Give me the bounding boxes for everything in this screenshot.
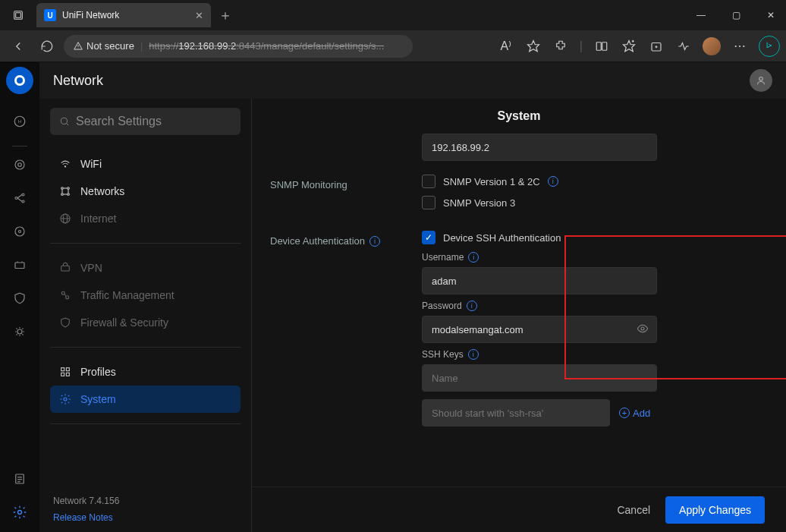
close-window-button[interactable]: ✕ (762, 10, 780, 20)
svg-point-49 (61, 291, 64, 294)
svg-point-17 (15, 197, 17, 200)
wifi-icon (59, 158, 71, 170)
profiles-icon (59, 366, 71, 378)
nav-networks[interactable]: Networks (50, 178, 241, 205)
svg-point-22 (15, 227, 24, 236)
svg-point-15 (18, 163, 22, 167)
rail-dashboard-icon[interactable]: H (6, 108, 33, 135)
svg-point-18 (22, 194, 24, 196)
apply-changes-button[interactable]: Apply Changes (665, 496, 765, 524)
profile-avatar[interactable] (703, 37, 721, 55)
plus-icon: + (619, 408, 630, 418)
username-label: Usernamei (422, 252, 657, 263)
networks-icon (59, 185, 71, 197)
nav-profiles[interactable]: Profiles (50, 358, 241, 386)
device-ssh-auth-checkbox[interactable]: Device SSH Authentication (422, 231, 657, 244)
traffic-icon (59, 289, 71, 301)
svg-point-38 (68, 187, 70, 190)
info-icon[interactable]: i (467, 301, 477, 311)
svg-point-27 (17, 329, 22, 334)
info-icon[interactable]: i (369, 236, 380, 247)
new-tab-button[interactable]: ＋ (219, 6, 232, 24)
back-button[interactable] (6, 34, 30, 58)
tab-title: UniFi Network (62, 10, 189, 20)
split-screen-icon[interactable] (593, 38, 610, 55)
rail-devices-icon[interactable] (6, 184, 33, 212)
rail-settings-icon[interactable] (6, 499, 33, 526)
nav-wifi[interactable]: WiFi (50, 150, 241, 178)
svg-point-50 (66, 296, 69, 299)
svg-point-57 (641, 327, 644, 330)
svg-rect-24 (15, 263, 24, 269)
inform-host-input[interactable] (422, 134, 657, 161)
favorites-icon[interactable] (621, 38, 637, 55)
refresh-button[interactable] (35, 34, 59, 58)
rail-ports-icon[interactable] (6, 251, 33, 279)
svg-line-20 (17, 195, 22, 199)
svg-rect-5 (596, 42, 601, 50)
svg-point-37 (61, 187, 64, 190)
gear-icon (59, 393, 71, 405)
close-tab-icon[interactable]: ✕ (195, 10, 203, 21)
nav-firewall[interactable]: Firewall & Security (50, 309, 241, 336)
svg-point-34 (61, 118, 67, 124)
vpn-icon (59, 262, 71, 274)
nav-internet[interactable]: Internet (50, 205, 241, 232)
address-bar[interactable]: Not secure | https://192.168.99.2:8443/m… (64, 35, 413, 58)
info-icon[interactable]: i (468, 349, 479, 360)
maximize-button[interactable]: ▢ (727, 10, 745, 20)
footer-actions: Cancel Apply Changes (252, 486, 786, 532)
info-icon[interactable]: i (468, 252, 479, 263)
password-label: Passwordi (422, 301, 657, 311)
ssh-key-input[interactable] (422, 399, 610, 427)
svg-marker-4 (527, 40, 539, 51)
svg-rect-48 (61, 266, 70, 271)
svg-rect-1 (16, 13, 21, 18)
globe-icon (59, 212, 71, 225)
svg-rect-54 (61, 373, 64, 376)
ssh-keys-label: SSH Keysi (422, 349, 657, 360)
extensions-icon[interactable] (552, 38, 569, 55)
version-text: Network 7.4.156 (53, 496, 237, 506)
eye-icon[interactable] (637, 323, 649, 337)
url-text: https://192.168.99.2:8443/manage/default… (149, 40, 384, 52)
collections-icon[interactable] (648, 38, 665, 55)
rail-topology-icon[interactable] (6, 151, 33, 178)
nav-system[interactable]: System (50, 386, 241, 413)
svg-point-36 (64, 166, 65, 167)
favorite-icon[interactable] (525, 38, 542, 55)
search-placeholder: Search Settings (76, 115, 162, 128)
rail-clients-icon[interactable] (6, 218, 33, 245)
svg-point-16 (15, 160, 24, 169)
search-input[interactable]: Search Settings (50, 108, 241, 135)
ssh-name-input[interactable] (422, 364, 657, 392)
read-aloud-icon[interactable]: A⁾ (498, 38, 514, 55)
rail-security-icon[interactable] (6, 285, 33, 312)
password-input[interactable] (422, 316, 657, 343)
browser-tab[interactable]: U UniFi Network ✕ (36, 3, 211, 27)
bing-chat-icon[interactable] (759, 36, 780, 57)
svg-rect-52 (61, 368, 64, 371)
minimize-button[interactable]: — (692, 10, 710, 20)
add-ssh-key-button[interactable]: +Add (619, 408, 650, 419)
svg-point-32 (18, 511, 22, 515)
more-icon[interactable]: ⋯ (731, 38, 748, 55)
user-menu-icon[interactable] (750, 69, 772, 92)
username-input[interactable] (422, 267, 657, 294)
snmp-v3-checkbox[interactable]: SNMP Version 3 (422, 196, 657, 209)
rail-insights-icon[interactable] (6, 318, 33, 345)
svg-line-35 (66, 123, 68, 125)
nav-traffic[interactable]: Traffic Management (50, 282, 241, 309)
app-title: Network (53, 73, 103, 89)
unifi-logo[interactable] (6, 67, 33, 94)
info-icon[interactable]: i (548, 176, 558, 187)
release-notes-link[interactable]: Release Notes (53, 512, 237, 523)
cancel-button[interactable]: Cancel (617, 504, 650, 516)
svg-line-51 (64, 294, 65, 295)
nav-vpn[interactable]: VPN (50, 254, 241, 282)
svg-rect-6 (602, 42, 607, 50)
tabs-button[interactable] (6, 3, 30, 27)
snmp-v12-checkbox[interactable]: SNMP Version 1 & 2Ci (422, 175, 657, 188)
performance-icon[interactable] (675, 38, 692, 55)
rail-logs-icon[interactable] (6, 465, 33, 493)
